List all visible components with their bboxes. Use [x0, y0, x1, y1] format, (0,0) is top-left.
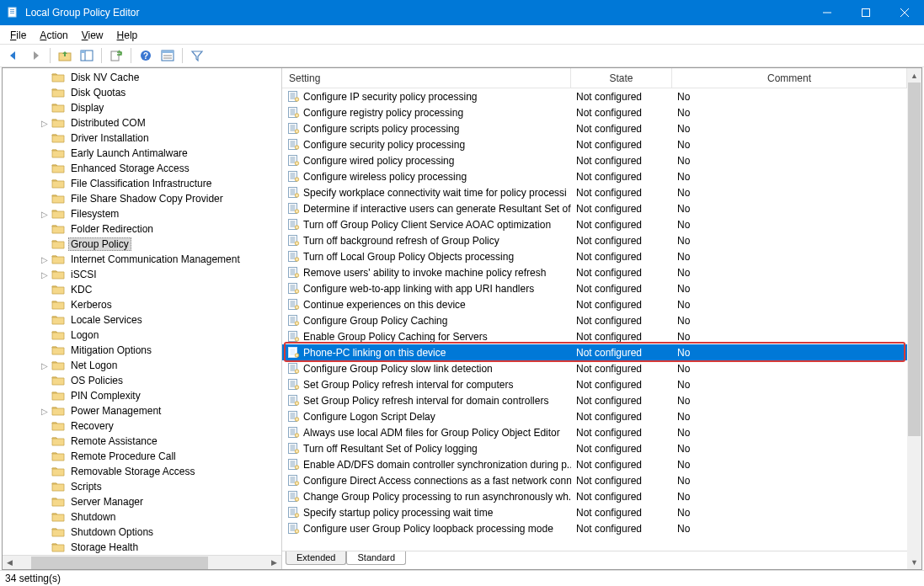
scroll-up-icon[interactable]: ▲ — [907, 68, 921, 83]
tree-item[interactable]: Storage Health — [3, 540, 281, 555]
tree-item[interactable]: Group Policy — [3, 237, 281, 252]
forward-button[interactable] — [25, 46, 45, 65]
tree-item-label: File Classification Infrastructure — [68, 178, 214, 189]
column-header-comment[interactable]: Comment — [672, 68, 907, 88]
tree-item[interactable]: KDC — [3, 282, 281, 297]
list-row[interactable]: Configure wired policy processingNot con… — [282, 152, 907, 168]
close-button[interactable] — [885, 0, 924, 25]
tree-item[interactable]: Disk NV Cache — [3, 70, 281, 85]
tree-item[interactable]: Remote Procedure Call — [3, 449, 281, 464]
list-row[interactable]: Determine if interactive users can gener… — [282, 200, 907, 216]
tree-item[interactable]: Recovery — [3, 418, 281, 434]
menu-file[interactable]: File — [3, 28, 33, 43]
maximize-button[interactable] — [847, 0, 885, 25]
export-list-button[interactable] — [106, 46, 126, 65]
column-header-setting[interactable]: Setting — [282, 68, 571, 88]
properties-button[interactable] — [158, 46, 178, 65]
list-body[interactable]: Configure IP security policy processingN… — [282, 88, 907, 551]
tree-item[interactable]: Server Manager — [3, 494, 281, 509]
list-row[interactable]: Enable Group Policy Caching for ServersN… — [282, 328, 907, 344]
minimize-button[interactable] — [808, 0, 847, 25]
list-row[interactable]: Configure Direct Access connections as a… — [282, 472, 907, 488]
list-row[interactable]: Configure user Group Policy loopback pro… — [282, 520, 907, 536]
tree-item[interactable]: File Share Shadow Copy Provider — [3, 191, 281, 206]
tab-standard[interactable]: Standard — [346, 551, 406, 565]
tree-item[interactable]: OS Policies — [3, 373, 281, 388]
list-row[interactable]: Phone-PC linking on this deviceNot confi… — [282, 344, 907, 360]
tree-item[interactable]: Mitigation Options — [3, 343, 281, 358]
list-row[interactable]: Configure scripts policy processingNot c… — [282, 120, 907, 136]
tree-horizontal-scrollbar[interactable]: ◀ ▶ — [3, 555, 281, 569]
tree-item[interactable]: ▷Internet Communication Management — [3, 252, 281, 267]
tree-item[interactable]: Shutdown Options — [3, 525, 281, 540]
tree-item[interactable]: ▷iSCSI — [3, 267, 281, 282]
tree-item[interactable]: ▷Net Logon — [3, 358, 281, 373]
list-row[interactable]: Configure Logon Script DelayNot configur… — [282, 408, 907, 424]
scroll-down-icon[interactable]: ▼ — [907, 555, 921, 569]
tree-item[interactable]: PIN Complexity — [3, 388, 281, 403]
tree-body[interactable]: Disk NV CacheDisk QuotasDisplay▷Distribu… — [3, 68, 281, 555]
tree-item[interactable]: ▷Power Management — [3, 403, 281, 418]
back-button[interactable] — [3, 46, 24, 65]
expander-icon[interactable]: ▷ — [40, 360, 50, 370]
column-header-state[interactable]: State — [571, 68, 672, 88]
tree-item[interactable]: Display — [3, 100, 281, 115]
folder-icon — [51, 162, 65, 174]
list-row[interactable]: Turn off background refresh of Group Pol… — [282, 232, 907, 248]
list-row[interactable]: Configure registry policy processingNot … — [282, 104, 907, 120]
expander-icon[interactable]: ▷ — [40, 406, 50, 416]
list-row[interactable]: Always use local ADM files for Group Pol… — [282, 424, 907, 440]
tree-item[interactable]: Enhanced Storage Access — [3, 161, 281, 176]
list-row[interactable]: Configure IP security policy processingN… — [282, 88, 907, 104]
tree-item[interactable]: Early Launch Antimalware — [3, 146, 281, 161]
help-button[interactable]: ? — [136, 46, 156, 65]
menu-view[interactable]: View — [75, 28, 110, 43]
show-hide-tree-button[interactable] — [77, 46, 97, 65]
list-row[interactable]: Configure wireless policy processingNot … — [282, 168, 907, 184]
tree-item[interactable]: ▷Filesystem — [3, 206, 281, 221]
tree-item-label: Mitigation Options — [68, 344, 154, 356]
tree-item[interactable]: Removable Storage Access — [3, 464, 281, 479]
expander-icon[interactable]: ▷ — [40, 254, 50, 264]
list-row[interactable]: Set Group Policy refresh interval for do… — [282, 392, 907, 408]
scroll-left-icon[interactable]: ◀ — [3, 556, 17, 570]
tree-item[interactable]: Scripts — [3, 479, 281, 494]
tree-item[interactable]: Logon — [3, 328, 281, 343]
list-row[interactable]: Enable AD/DFS domain controller synchron… — [282, 456, 907, 472]
menu-action[interactable]: Action — [33, 28, 74, 43]
list-row[interactable]: Configure web-to-app linking with app UR… — [282, 280, 907, 296]
tree-item[interactable]: Folder Redirection — [3, 221, 281, 237]
tree-item[interactable]: Locale Services — [3, 312, 281, 328]
list-row[interactable]: Change Group Policy processing to run as… — [282, 488, 907, 504]
filter-button[interactable] — [187, 46, 207, 65]
list-row[interactable]: Configure Group Policy CachingNot config… — [282, 312, 907, 328]
scroll-thumb[interactable] — [31, 557, 208, 569]
list-row[interactable]: Turn off Local Group Policy Objects proc… — [282, 248, 907, 264]
scroll-thumb[interactable] — [908, 83, 921, 436]
up-button[interactable] — [55, 46, 75, 65]
list-row[interactable]: Configure Group Policy slow link detecti… — [282, 360, 907, 376]
tab-extended[interactable]: Extended — [286, 551, 346, 565]
list-row[interactable]: Turn off Resultant Set of Policy logging… — [282, 440, 907, 456]
scroll-right-icon[interactable]: ▶ — [267, 556, 281, 570]
tree-item[interactable]: Kerberos — [3, 297, 281, 312]
tree-item[interactable]: File Classification Infrastructure — [3, 176, 281, 191]
list-vertical-scrollbar[interactable]: ▲ ▼ — [907, 68, 921, 569]
list-row[interactable]: Specify startup policy processing wait t… — [282, 504, 907, 520]
tree-item[interactable]: ▷Distributed COM — [3, 115, 281, 131]
expander-icon[interactable]: ▷ — [40, 209, 50, 219]
tree-item[interactable]: Driver Installation — [3, 131, 281, 146]
menu-help[interactable]: Help — [110, 28, 145, 43]
list-row[interactable]: Specify workplace connectivity wait time… — [282, 184, 907, 200]
folder-icon — [51, 526, 65, 538]
list-row[interactable]: Continue experiences on this deviceNot c… — [282, 296, 907, 312]
tree-item[interactable]: Shutdown — [3, 509, 281, 525]
expander-icon[interactable]: ▷ — [40, 269, 50, 280]
tree-item[interactable]: Disk Quotas — [3, 85, 281, 100]
list-row[interactable]: Remove users' ability to invoke machine … — [282, 264, 907, 280]
expander-icon[interactable]: ▷ — [40, 118, 50, 128]
list-row[interactable]: Set Group Policy refresh interval for co… — [282, 376, 907, 392]
list-row[interactable]: Configure security policy processingNot … — [282, 136, 907, 152]
list-row[interactable]: Turn off Group Policy Client Service AOA… — [282, 216, 907, 232]
tree-item[interactable]: Remote Assistance — [3, 434, 281, 449]
